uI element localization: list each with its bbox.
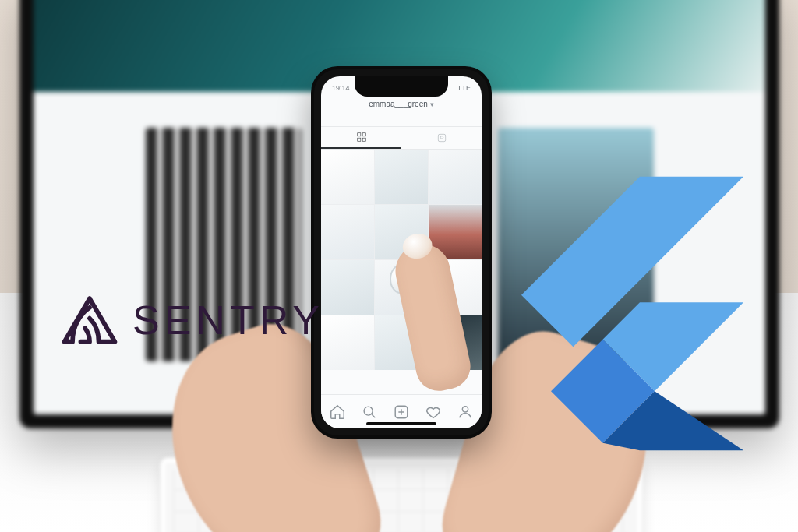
home-indicator [366, 422, 436, 425]
profile-username: emmaa___green [369, 100, 428, 108]
tagged-icon [436, 132, 447, 143]
svg-point-6 [364, 407, 373, 415]
promo-composition: ————— 19:14 LTE emmaa___green [0, 0, 798, 532]
grid-photo[interactable] [321, 150, 374, 204]
svg-point-5 [440, 136, 443, 139]
svg-rect-0 [357, 133, 360, 136]
flutter-mark-icon [521, 175, 743, 452]
activity-icon [425, 403, 442, 421]
status-time: 19:14 [332, 84, 350, 92]
grid-photo[interactable] [321, 260, 374, 315]
tab-home[interactable] [329, 403, 346, 421]
svg-point-8 [463, 406, 468, 411]
grid-photo[interactable] [321, 205, 374, 259]
sentry-wordmark: SENTRY [132, 297, 324, 344]
profile-header[interactable]: emmaa___green ▾ [321, 100, 482, 126]
search-icon [361, 403, 378, 421]
profile-icon [457, 403, 474, 421]
grid-photo[interactable] [429, 150, 482, 204]
tab-add[interactable] [393, 403, 410, 421]
grid-icon [356, 132, 367, 143]
svg-rect-1 [362, 133, 365, 136]
svg-rect-3 [362, 138, 365, 141]
chevron-down-icon: ▾ [430, 100, 434, 108]
tab-search[interactable] [361, 403, 378, 421]
tab-activity[interactable] [425, 403, 442, 421]
sentry-mark-icon [61, 294, 118, 346]
home-icon [329, 403, 346, 421]
profile-tab-grid[interactable] [321, 127, 401, 149]
tab-profile[interactable] [457, 403, 474, 421]
sentry-logo: SENTRY [61, 294, 324, 346]
flutter-logo [521, 175, 743, 452]
grid-photo[interactable] [375, 150, 428, 204]
svg-rect-2 [357, 138, 360, 141]
profile-tabs [321, 126, 482, 150]
grid-photo[interactable] [321, 315, 374, 370]
add-post-icon [393, 403, 410, 421]
phone-frame: 19:14 LTE emmaa___green ▾ [311, 66, 492, 439]
profile-tab-tagged[interactable] [401, 127, 482, 149]
phone-notch [355, 76, 448, 97]
status-carrier: LTE [458, 84, 471, 92]
svg-rect-4 [438, 134, 445, 141]
